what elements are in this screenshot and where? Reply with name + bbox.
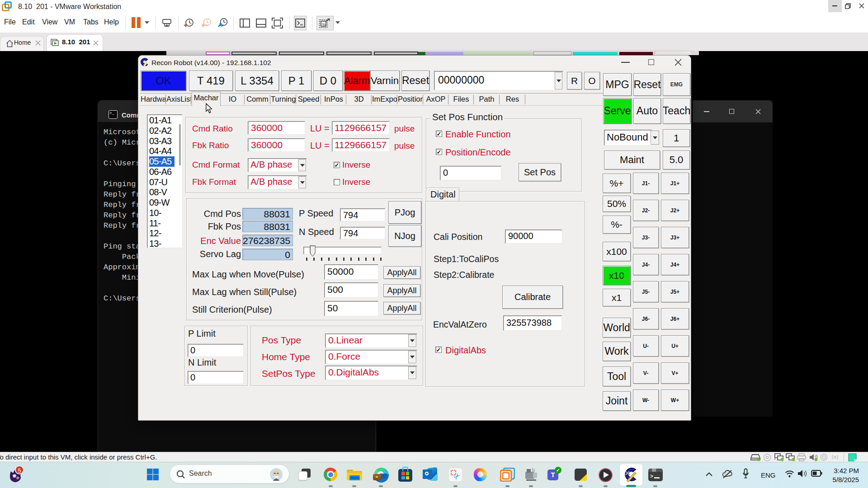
svg-text:%: % (322, 22, 326, 27)
